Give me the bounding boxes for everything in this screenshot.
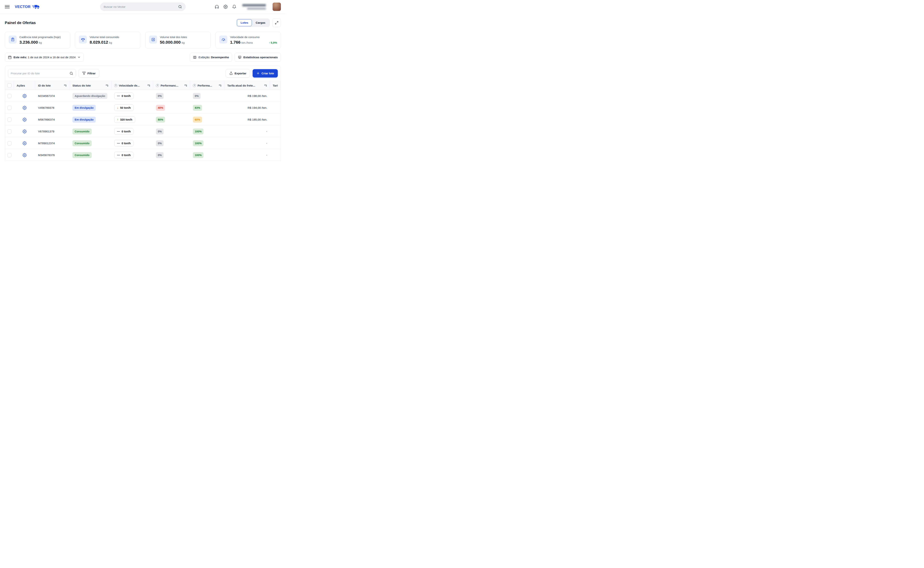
row-actions-gear-icon[interactable] xyxy=(23,130,27,133)
table-row[interactable]: M567890374 Em divulgação ↑ 320 ton/h 80%… xyxy=(5,114,281,125)
lot-id: M789012374 xyxy=(38,142,55,145)
table-row[interactable]: V456789378 Em divulgação ↓ 50 ton/h 40% … xyxy=(5,102,281,114)
help-icon[interactable] xyxy=(193,84,196,87)
settings-gear-icon[interactable] xyxy=(223,5,228,9)
speed-pill: — 0 ton/h xyxy=(114,93,133,99)
row-checkbox[interactable] xyxy=(8,106,12,110)
row-checkbox[interactable] xyxy=(8,153,12,157)
column-header-speed: Velocidade de... xyxy=(119,84,140,87)
stat-value: 1.766 xyxy=(230,40,240,45)
fullscreen-button[interactable] xyxy=(273,18,281,27)
stat-card-volume-consumido: Volume total consumido 8.029.012 kg xyxy=(75,32,140,48)
date-range-selector[interactable]: Este mês: 1 de out de 2024 a 16 de out d… xyxy=(5,53,84,62)
tariff-value: - xyxy=(266,154,267,157)
speed-pill: ↓ 50 ton/h xyxy=(114,104,134,111)
speed-value: 0 ton/h xyxy=(122,154,131,157)
performance-2-badge: 100% xyxy=(193,152,203,158)
speed-pill: — 0 ton/h xyxy=(114,152,133,158)
stat-label: Volume total dos lotes xyxy=(160,35,207,39)
performance-1-badge: 80% xyxy=(156,117,165,122)
stat-unit: kg xyxy=(182,41,185,44)
search-icon[interactable] xyxy=(69,71,73,75)
performance-2-badge: 83% xyxy=(193,105,202,111)
lot-id: V456789378 xyxy=(38,106,54,109)
sort-icon[interactable] xyxy=(219,84,222,87)
table-row[interactable]: M345678376 Consumido — 0 ton/h 0% 100% - xyxy=(5,149,281,161)
brand-logo[interactable]: VECTOR xyxy=(15,5,39,9)
row-actions-gear-icon[interactable] xyxy=(23,153,27,157)
tariff-value: R$ 185,00 /ton. xyxy=(248,118,267,121)
operational-stats-button[interactable]: Estatísticas operacionais xyxy=(235,53,281,62)
sort-icon[interactable] xyxy=(64,84,67,87)
speed-pill: — 0 ton/h xyxy=(114,128,133,134)
columns-icon xyxy=(193,56,197,59)
stat-value: 50.000.000 xyxy=(160,40,181,45)
toggle-option-lotes[interactable]: Lotes xyxy=(237,19,252,26)
page-title: Painel de Ofertas xyxy=(5,21,36,25)
truck-logo-icon xyxy=(32,5,39,9)
create-lot-button[interactable]: Criar lote xyxy=(253,69,278,77)
user-info-blurred[interactable] xyxy=(242,4,266,10)
export-button[interactable]: Exportar xyxy=(226,69,250,77)
row-checkbox[interactable] xyxy=(8,141,12,145)
speed-pill: — 0 ton/h xyxy=(114,140,133,147)
row-actions-gear-icon[interactable] xyxy=(23,118,27,122)
sort-icon[interactable] xyxy=(184,84,187,87)
menu-icon[interactable] xyxy=(5,5,10,9)
status-badge: Aguardando divulgação xyxy=(72,93,107,99)
row-checkbox[interactable] xyxy=(8,94,12,98)
performance-2-badge: 60% xyxy=(193,117,202,122)
performance-1-badge: 40% xyxy=(156,105,165,111)
table-row[interactable]: M234567374 Aguardando divulgação — 0 ton… xyxy=(5,90,281,102)
notifications-bell-icon[interactable] xyxy=(232,5,237,9)
search-icon[interactable] xyxy=(178,5,182,9)
tariff-value: R$ 198,00 /ton. xyxy=(248,94,267,98)
user-avatar[interactable] xyxy=(273,3,281,11)
row-actions-gear-icon[interactable] xyxy=(23,94,27,98)
filter-button-label: Filtrar xyxy=(87,72,95,75)
stat-label: Velocidade de consumo xyxy=(230,35,277,39)
speed-value: 0 ton/h xyxy=(122,142,131,145)
global-search[interactable] xyxy=(100,3,185,11)
help-icon[interactable] xyxy=(156,84,159,87)
trend-icon: ↑ xyxy=(117,118,119,121)
sort-icon[interactable] xyxy=(106,84,109,87)
row-actions-gear-icon[interactable] xyxy=(23,106,27,110)
stat-cards: Cadência total programada (hoje) 3.236.0… xyxy=(5,32,281,48)
status-badge: Consumido xyxy=(72,128,92,134)
tariff-value: - xyxy=(266,142,267,145)
plus-icon xyxy=(256,71,260,75)
sort-icon[interactable] xyxy=(264,84,267,87)
row-checkbox[interactable] xyxy=(8,118,12,122)
column-header-tariff-2: Tarifa xyxy=(273,84,278,87)
column-header-tariff: Tarifa atual do frete... xyxy=(227,84,255,87)
lot-id: M567890374 xyxy=(38,118,55,121)
row-checkbox[interactable] xyxy=(8,130,12,133)
user-name-blurred xyxy=(242,4,266,6)
display-mode-label: Exibição: xyxy=(199,56,210,59)
support-headset-icon[interactable] xyxy=(215,5,219,9)
lot-search[interactable] xyxy=(8,69,76,77)
column-header-status: Status do lote xyxy=(72,84,91,87)
sort-icon[interactable] xyxy=(147,84,150,87)
select-all-checkbox[interactable] xyxy=(8,83,12,88)
table-row[interactable]: V678901379 Consumido — 0 ton/h 0% 100% - xyxy=(5,125,281,137)
lot-id: M345678376 xyxy=(38,154,55,157)
topbar: VECTOR xyxy=(0,0,286,14)
table-body: M234567374 Aguardando divulgação — 0 ton… xyxy=(5,90,281,161)
trend-icon: — xyxy=(117,142,120,145)
toggle-option-cargas[interactable]: Cargas xyxy=(252,19,269,26)
status-badge: Consumido xyxy=(72,140,92,146)
stat-unit: kg xyxy=(109,41,112,44)
display-mode-selector[interactable]: Exibição: Desempenho xyxy=(190,53,232,62)
help-icon[interactable] xyxy=(114,84,118,87)
table-row[interactable]: M789012374 Consumido — 0 ton/h 0% 100% - xyxy=(5,137,281,149)
lot-id: M234567374 xyxy=(38,94,55,98)
filter-button[interactable]: Filtrar xyxy=(78,69,99,77)
stat-unit: kg xyxy=(39,41,42,44)
lot-search-input[interactable] xyxy=(11,72,68,75)
row-actions-gear-icon[interactable] xyxy=(23,141,27,145)
chevron-down-icon xyxy=(77,56,81,59)
performance-2-badge: 100% xyxy=(193,140,203,146)
global-search-input[interactable] xyxy=(104,5,178,9)
